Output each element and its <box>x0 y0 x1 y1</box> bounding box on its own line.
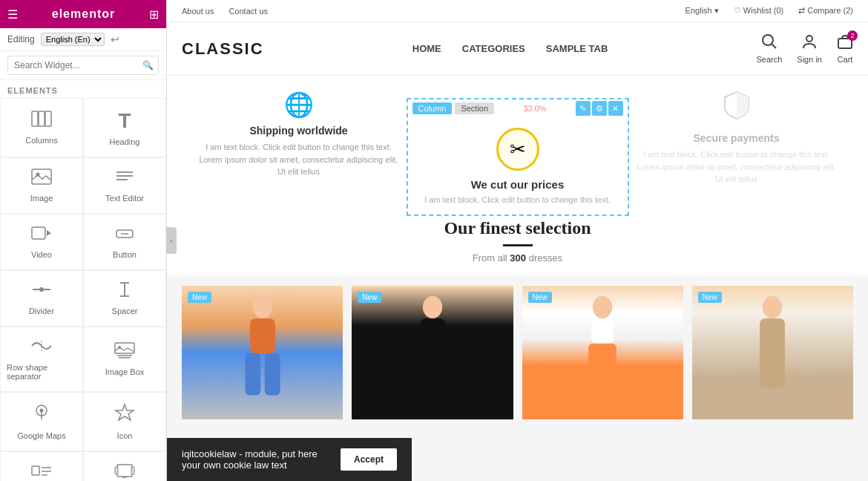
compare-link[interactable]: ⇄ Compare (2) <box>798 6 853 16</box>
columns-icon <box>31 111 52 131</box>
cookie-banner: iqitcookielaw - module, put here your ow… <box>167 438 412 481</box>
svg-rect-30 <box>115 467 118 474</box>
icon-label: Icon <box>117 431 133 440</box>
language-selector[interactable]: English ▾ <box>685 6 719 16</box>
product-card-1[interactable]: New <box>182 286 343 419</box>
finest-underline <box>503 244 533 246</box>
svg-point-37 <box>252 295 272 318</box>
selected-title: We cut our prices <box>420 178 616 191</box>
sidebar-collapse-arrow[interactable]: ‹ <box>166 227 177 254</box>
column-tab[interactable]: Column <box>412 102 453 114</box>
elementor-sidebar: ☰ elementor ⊞ Editing English (En) ↩ 🔍 E… <box>0 0 167 481</box>
element-heading[interactable]: T Heading <box>83 98 166 157</box>
svg-rect-3 <box>32 169 51 184</box>
element-icon[interactable]: Icon <box>83 392 166 451</box>
main-content: About us Contact us English ▾ ♡ Wishlist… <box>167 0 868 481</box>
element-icon-box[interactable]: Icon Box <box>0 451 83 481</box>
grid-icon[interactable]: ⊞ <box>149 7 159 22</box>
site-logo: CLASSIC <box>182 39 264 59</box>
element-image[interactable]: Image <box>0 157 83 214</box>
wishlist-link[interactable]: ♡ Wishlist (0) <box>734 6 783 16</box>
element-row-shape-sep[interactable]: Row shape separator <box>0 327 83 392</box>
svg-marker-9 <box>47 230 51 236</box>
google-maps-icon <box>31 403 52 427</box>
product-img-3 <box>522 286 683 419</box>
search-nav-icon <box>761 33 777 53</box>
svg-point-35 <box>806 36 812 42</box>
product-card-4[interactable]: New <box>692 286 853 419</box>
nav-categories[interactable]: CATEGORIES <box>462 43 525 54</box>
edit-action-btn[interactable]: ✎ <box>576 101 591 116</box>
svg-point-41 <box>423 295 442 318</box>
text-editor-label: Text Editor <box>105 194 144 203</box>
feature-secure: Secure payments I am text block. Click e… <box>627 91 846 186</box>
search-nav-label: Search <box>756 55 782 64</box>
nav-home[interactable]: HOME <box>412 43 441 54</box>
image-carousel-icon <box>114 462 135 481</box>
icon-element-icon <box>114 403 135 427</box>
svg-rect-45 <box>588 343 617 387</box>
elementor-selected-block: Column Section 33.0% ✎ ⚙ ✕ ✂ <box>407 98 629 216</box>
contact-us-link[interactable]: Contact us <box>228 7 268 16</box>
search-icon: 🔍 <box>142 60 154 71</box>
search-input[interactable] <box>7 56 159 75</box>
shipping-desc: I am text block. Click edit button to ch… <box>197 141 401 178</box>
element-google-maps[interactable]: Google Maps <box>0 392 83 451</box>
element-image-carousel[interactable]: Image Carousel <box>83 451 166 481</box>
editing-bar: Editing English (En) ↩ <box>0 28 166 51</box>
settings-action-btn[interactable]: ⚙ <box>592 101 607 116</box>
product-badge-3: New <box>528 292 552 303</box>
icon-box-icon <box>31 462 52 481</box>
element-text-editor[interactable]: Text Editor <box>83 157 166 214</box>
nav-links: HOME CATEGORIES SAMPLE TAB <box>412 43 608 54</box>
secure-title: Secure payments <box>694 132 780 144</box>
spacer-icon <box>114 281 135 302</box>
button-icon <box>114 225 135 246</box>
language-select[interactable]: English (En) <box>41 33 105 46</box>
nav-sample-tab[interactable]: SAMPLE TAB <box>546 43 608 54</box>
element-image-box[interactable]: Image Box <box>83 327 166 392</box>
svg-rect-8 <box>32 227 45 239</box>
about-us-link[interactable]: About us <box>182 7 214 16</box>
cookie-accept-button[interactable]: Accept <box>341 448 397 471</box>
image-box-icon <box>114 342 135 363</box>
svg-rect-29 <box>117 465 132 477</box>
svg-rect-1 <box>39 111 45 126</box>
video-label: Video <box>31 250 52 259</box>
spacer-label: Spacer <box>112 307 138 315</box>
products-section: New New <box>167 275 868 430</box>
divider-icon <box>31 281 52 302</box>
column-percent: 33.0% <box>523 104 546 113</box>
section-tab[interactable]: Section <box>455 102 494 114</box>
svg-rect-47 <box>760 318 785 387</box>
selected-content: ✂ We cut our prices I am text block. Cli… <box>408 117 628 215</box>
svg-rect-42 <box>420 318 445 387</box>
element-divider[interactable]: Divider <box>0 270 83 327</box>
scissors-circle: ✂ <box>496 128 539 171</box>
element-spacer[interactable]: Spacer <box>83 270 166 327</box>
search-widget-bar: 🔍 <box>0 51 166 80</box>
svg-marker-24 <box>116 405 134 420</box>
product-badge-2: New <box>358 292 381 303</box>
history-icon[interactable]: ↩ <box>111 33 119 45</box>
signin-nav-group[interactable]: Sign in <box>797 33 822 64</box>
product-card-2[interactable]: New <box>352 286 513 419</box>
cart-nav-group[interactable]: 2 Cart <box>837 33 853 64</box>
svg-point-33 <box>763 35 773 45</box>
element-button[interactable]: Button <box>83 214 166 270</box>
page-content: 🌐 Shipping worldwide I am text block. Cl… <box>167 76 868 481</box>
search-nav-group[interactable]: Search <box>756 33 782 64</box>
site-nav: CLASSIC HOME CATEGORIES SAMPLE TAB Searc… <box>167 22 868 76</box>
finest-sub-pre: From all <box>473 252 510 264</box>
svg-rect-44 <box>591 318 614 343</box>
secure-desc: I am text block. Click edit button to ch… <box>634 148 838 186</box>
signin-label: Sign in <box>797 55 822 64</box>
selected-desc: I am text block. Click edit button to ch… <box>420 195 616 204</box>
element-video[interactable]: Video <box>0 214 83 270</box>
cart-count: 2 <box>847 30 858 41</box>
hamburger-icon[interactable]: ☰ <box>7 7 18 22</box>
svg-rect-0 <box>32 111 38 126</box>
close-action-btn[interactable]: ✕ <box>608 101 623 116</box>
element-columns[interactable]: Columns <box>0 98 83 157</box>
product-card-3[interactable]: New <box>522 286 683 419</box>
